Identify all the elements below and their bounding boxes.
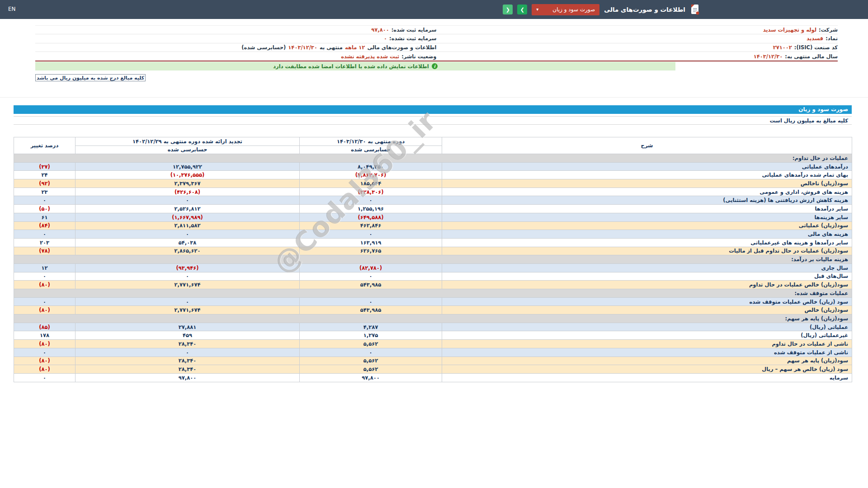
info-value: ۹۷,۸۰۰ xyxy=(371,27,389,33)
table-row: سال جاری(۸۲,۷۸۰)(۹۳,۹۴۶)۱۲ xyxy=(14,263,852,272)
topbar: EN اطلاعات و صورت‌های مالی صورت سود و زی… xyxy=(0,0,868,19)
statement-type-dropdown[interactable]: صورت سود و زیان ▾ xyxy=(532,4,599,15)
cell-prior: ۰ xyxy=(75,348,300,357)
cell-change: (۸۰) xyxy=(14,281,75,289)
cell-current: ۱۸۵,۵۴۴ xyxy=(300,179,442,188)
cell-current: ۰ xyxy=(300,196,442,205)
info-icon: i xyxy=(432,63,438,69)
cell-change: ۶۱ xyxy=(14,213,75,221)
table-row: سایر هزینه‌ها(۶۴۹,۵۸۸)(۱,۶۶۷,۹۸۹)۶۱ xyxy=(14,213,852,221)
company-info-table: شرکت:لوله و تجهیزات سدیدسرمایه ثبت شده:۹… xyxy=(35,25,838,61)
row-label: سال جاری xyxy=(442,263,852,272)
signed-match-banner: i اطلاعات نمایش داده شده با اطلاعات امضا… xyxy=(35,62,675,70)
info-value: ۲۷۱۰۰۲ xyxy=(773,44,792,51)
cell-prior: (۱,۶۶۷,۹۸۹) xyxy=(75,213,300,221)
company-info-cell-left: سرمایه ثبت شده:۹۷,۸۰۰ xyxy=(35,27,437,33)
statement-title-bar: صورت سود و زیان xyxy=(14,105,852,114)
cell-change: ۱۷۸ xyxy=(14,331,75,340)
row-label: ناشی از عملیات متوقف شده xyxy=(442,348,852,357)
row-label: سال‌های قبل xyxy=(442,272,852,281)
cell-prior: ۰ xyxy=(75,196,300,205)
cell-change: (۸۰) xyxy=(14,357,75,365)
section-label: عملیات در حال تداوم: xyxy=(14,154,852,163)
table-row: سود(زیان) عملیات در حال تداوم قبل از مال… xyxy=(14,247,852,255)
table-row: سود(زیان) عملیاتی۴۶۲,۸۴۶۲,۸۱۱,۵۸۲(۸۴) xyxy=(14,221,852,230)
document-icon[interactable] xyxy=(690,4,700,15)
cell-prior: ۵۴,۰۳۸ xyxy=(75,238,300,247)
next-statement-button[interactable]: ❯ xyxy=(517,5,527,14)
company-info-cell-right: نماد:قسدید xyxy=(437,35,838,42)
info-value: ۱۲ ماهه xyxy=(345,44,365,51)
company-info-row: شرکت:لوله و تجهیزات سدیدسرمایه ثبت شده:۹… xyxy=(35,26,838,34)
company-info-cell-right: سال مالی منتهی به:۱۴۰۳/۱۲/۳۰ xyxy=(437,53,838,60)
cell-current: ۱,۲۵۵,۱۹۶ xyxy=(300,205,442,213)
cell-prior: ۴۵۹ xyxy=(75,331,300,340)
cell-current: ۵,۵۶۲ xyxy=(300,365,442,374)
info-label: سال مالی منتهی به: xyxy=(785,53,838,60)
row-label: سود(زیان) ناخالص xyxy=(442,179,852,188)
cell-prior: (۱۰,۳۷۶,۵۵۵) xyxy=(75,171,300,179)
col-subheader-audited-prior: حسابرسی شده xyxy=(75,145,300,154)
cell-prior: ۲۸,۳۴۰ xyxy=(75,340,300,348)
col-header-current-period: دوره منتهی به ۱۴۰۳/۱۲/۳۰ xyxy=(300,137,442,146)
row-label: غیرعملیاتی (ریال) xyxy=(442,331,852,340)
table-row: هزینه های فروش، اداری و عمومی(۳۲۸,۳۰۶)(۴… xyxy=(14,188,852,196)
cell-prior: ۰ xyxy=(75,230,300,239)
info-label: نماد: xyxy=(826,35,838,42)
row-label: سود(زیان) عملیاتی xyxy=(442,221,852,230)
cell-prior: ۲,۳۷۹,۳۶۷ xyxy=(75,179,300,188)
cell-current: ۴,۲۸۷ xyxy=(300,323,442,331)
cell-prior: ۲,۷۷۱,۶۷۴ xyxy=(75,281,300,289)
row-label: سود (زیان) خالص عملیات متوقف شده xyxy=(442,297,852,306)
cell-current: ۰ xyxy=(300,348,442,357)
language-toggle-en[interactable]: EN xyxy=(8,6,16,12)
table-row: عملیاتی (ریال)۴,۲۸۷۲۷,۸۸۱(۸۵) xyxy=(14,323,852,331)
cell-prior: ۰ xyxy=(75,297,300,306)
cell-change: ۰ xyxy=(14,272,75,281)
row-label: سود(زیان) پایه هر سهم xyxy=(442,357,852,365)
row-label: سود(زیان) عملیات در حال تداوم قبل از مال… xyxy=(442,247,852,255)
row-label: سود(زیان) خالص عملیات در حال تداوم xyxy=(442,281,852,289)
chevron-down-icon: ▾ xyxy=(536,7,538,12)
cell-current: (۳۲۸,۳۰۶) xyxy=(300,188,442,196)
section-row: سود(زیان) پایه هر سهم: xyxy=(14,314,852,323)
cell-current: ۵۴۳,۹۸۵ xyxy=(300,306,442,314)
table-row: سود(زیان) خالص۵۴۳,۹۸۵۲,۷۷۱,۶۷۴(۸۰) xyxy=(14,306,852,314)
cell-change: ۱۲ xyxy=(14,263,75,272)
statement-subtitle: کلیه مبالغ به میلیون ریال است xyxy=(14,116,852,125)
section-label: سود(زیان) پایه هر سهم: xyxy=(14,314,852,323)
info-label: شرکت: xyxy=(819,27,838,33)
cell-prior: ۱۲,۷۵۵,۹۲۲ xyxy=(75,162,300,171)
company-info-cell-right: کد صنعت (ISIC):۲۷۱۰۰۲ xyxy=(437,44,838,51)
cell-change: (۸۴) xyxy=(14,221,75,230)
info-label: منتهی به xyxy=(320,44,343,51)
company-info-cell-left: سرمایه ثبت نشده:۰ xyxy=(35,35,437,42)
info-label: کد صنعت (ISIC): xyxy=(794,44,838,51)
cell-change: ۲۴ xyxy=(14,171,75,179)
cell-change: (۹۲) xyxy=(14,179,75,188)
section-label: هزینه مالیات بر درآمد: xyxy=(14,255,852,264)
cell-prior: ۰ xyxy=(75,272,300,281)
col-header-prior-period: تجدید ارائه شده دوره منتهی به ۱۴۰۲/۱۲/۲۹ xyxy=(75,137,300,146)
table-row: ناشی از عملیات در حال تداوم۵,۵۶۲۲۸,۳۴۰(۸… xyxy=(14,340,852,348)
company-info-cell-right: شرکت:لوله و تجهیزات سدید xyxy=(437,27,838,33)
table-row: هزینه های مالی۰۰۰ xyxy=(14,230,852,239)
cell-current: ۰ xyxy=(300,297,442,306)
table-row: درآمدهای عملیاتی۸,۰۴۹,۲۵۰۱۲,۷۵۵,۹۲۲(۳۷) xyxy=(14,162,852,171)
prev-statement-button[interactable]: ❮ xyxy=(503,5,513,14)
section-row: هزینه مالیات بر درآمد: xyxy=(14,255,852,264)
company-info-row: کد صنعت (ISIC):۲۷۱۰۰۲اطلاعات و صورت‌های … xyxy=(35,43,838,52)
cell-change: ۲۳ xyxy=(14,188,75,196)
row-label: سایر هزینه‌ها xyxy=(442,213,852,221)
cell-prior: ۲,۸۱۱,۵۸۲ xyxy=(75,221,300,230)
cell-change: ۰ xyxy=(14,373,75,382)
cell-current: (۸۲,۷۸۰) xyxy=(300,263,442,272)
banner-text: اطلاعات نمایش داده شده با اطلاعات امضا ش… xyxy=(273,63,429,70)
cell-current: ۸,۰۴۹,۲۵۰ xyxy=(300,162,442,171)
section-label: عملیات متوقف شده: xyxy=(14,289,852,298)
cell-prior: ۲۷,۸۸۱ xyxy=(75,323,300,331)
cell-current: ۹۷,۸۰۰ xyxy=(300,373,442,382)
table-row: سود(زیان) خالص عملیات در حال تداوم۵۴۳,۹۸… xyxy=(14,281,852,289)
info-label: اطلاعات و صورت‌های مالی xyxy=(367,44,436,51)
cell-prior: ۹۷,۸۰۰ xyxy=(75,373,300,382)
